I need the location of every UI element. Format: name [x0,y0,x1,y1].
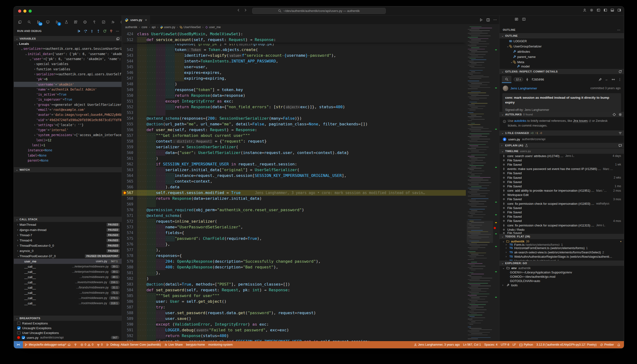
split-editor-icon[interactable] [486,18,490,22]
activity-remote-explorer-button[interactable] [44,18,51,26]
stack-frame[interactable]: __call__.../root/middleware.py318:1 [14,300,122,306]
stack-frame[interactable]: user_meusers.py567:1 [14,259,122,264]
status-host-beryjuio-home[interactable]: beryjuio-home [184,341,207,348]
stack-frame[interactable]: __call__.../enterprise/middleware.py39:1 [14,269,122,274]
activity-search-button[interactable] [26,18,33,26]
activity-explorer-button[interactable] [16,18,23,26]
breadcrumb-item[interactable]: UserViewSet [180,26,201,29]
run-icon[interactable] [480,18,483,22]
call-stack-thread[interactable]: ›django-main-threadPAUSED [14,227,122,232]
variable-row[interactable]: 'pk' = 6 [14,77,122,82]
outline-item[interactable]: attributes [500,49,624,54]
jira-issues-link[interactable]: Jira issues [573,119,588,123]
activity-extensions-button[interactable] [72,18,79,26]
compare-icon[interactable] [612,78,615,81]
variable-row[interactable]: 'name' = 'authentik Default Admin' [14,87,122,92]
aux-action-2-icon[interactable] [522,18,526,21]
outline-item[interactable]: LOGGER [500,38,624,44]
debug-more-icon[interactable]: ⋯ [116,29,119,33]
debug-step-out-icon[interactable] [96,29,100,33]
status-problems[interactable]: 00 [79,341,95,348]
variable-row[interactable]: 'username' = 'akadmin' [14,82,122,87]
variable-row[interactable]: len() = 1 [14,143,122,148]
gear-icon[interactable] [590,8,593,12]
more-actions-icon[interactable]: ⋯ [617,28,620,32]
forward-icon[interactable] [244,8,247,12]
status-cursor-position[interactable]: Ln 567, Col 1 [462,343,482,346]
stack-frame[interactable]: __call__.../core/middleware.py48:1 [14,274,122,280]
minimap[interactable] [467,24,493,341]
status-live-share[interactable]: Live Share [162,341,184,348]
timeline-item[interactable]: core: fix permission check for scoped im… [500,202,624,206]
variable-row[interactable]: ›function variables [14,66,122,72]
debug-disconnect-icon[interactable] [110,29,113,33]
timeline-item[interactable]: File Saved [500,158,624,162]
filter-list-icon[interactable] [618,131,622,135]
layout-icon[interactable] [597,8,600,12]
back-arrow-icon[interactable]: ← [605,78,608,81]
autolinks-link[interactable]: autolinks [514,119,526,122]
status-prettier[interactable]: Prettier [598,343,616,346]
variable-row[interactable]: instance = None [14,148,122,153]
go-env-root[interactable]: ⌄envauthentik [500,266,624,270]
external-icon[interactable] [588,120,591,122]
variable-row[interactable]: ⌄serializer = <authentik.core.api.users.… [14,46,122,51]
stack-frame[interactable]: __call__.../core/middleware.py71:1 [14,290,122,295]
files-changed-section-header[interactable]: ⌄1 FILE CHANGED +0 ~1 -0 [500,130,624,136]
activity-testing-button[interactable] [63,18,70,26]
timeline-item[interactable]: File Saved [500,206,624,210]
breakpoints-section-header[interactable]: ⌄BREAKPOINTS [14,316,122,321]
outline-item[interactable]: ⌄Meta [500,59,624,64]
pin-icon[interactable] [598,78,602,81]
close-tab-icon[interactable]: × [145,18,147,22]
breadcrumb-item[interactable]: api [152,26,156,29]
breadcrumb[interactable]: authentik›core›api›users.py›UserViewSet›… [122,24,466,30]
variable-row[interactable]: 'avatar' = 'data:image/svg+xml;base64,PH… [14,112,122,117]
activity-github-button[interactable] [81,18,88,26]
remote-indicator[interactable]: >< [14,341,23,348]
breadcrumb-item[interactable]: users.py [160,26,175,29]
stack-frame[interactable]: __call__.../root/middleware.py275:1 [14,295,122,300]
minimize-window-button[interactable] [23,10,26,13]
todo-file-row[interactable]: ›TSWebAuthnAuthenticatorRegisterStage.ts… [500,254,624,259]
timeline-item[interactable]: File Saved [500,214,624,219]
variable-row[interactable]: 'is_active' = True [14,92,122,97]
autolink-icon[interactable] [612,113,616,116]
breakpoint-checkbox[interactable] [17,331,20,334]
status-eol[interactable]: LF [511,343,518,346]
debug-continue-icon[interactable] [77,29,81,33]
aux-action-1-icon[interactable] [515,18,518,21]
breakpoint-row[interactable]: User Uncaught Exceptions [14,330,122,335]
breakpoint-checkbox[interactable] [17,326,20,330]
debug-step-into-icon[interactable] [90,29,94,33]
variable-row[interactable]: ⌄Locals [14,41,122,46]
close-window-button[interactable] [18,10,21,13]
status-branch[interactable]: lifecycle/fix-debugger-setup* [23,341,72,348]
variable-row[interactable]: ›special variables [14,62,122,66]
breakpoint-checkbox[interactable] [17,322,20,325]
status-notifications[interactable] [616,343,622,346]
debug-restart-icon[interactable] [103,29,106,33]
todos-section-header[interactable]: ⌄TODOS: FLAT (39) [500,234,624,239]
status-host-monitoring-system[interactable]: monitoring-system [207,341,234,348]
call-stack-section-header[interactable]: ⌄CALL STACK [14,217,122,222]
stack-frame[interactable]: __call__.../events/middleware.py156:1 [14,280,122,285]
variable-row[interactable]: ›serializer = <authentik.core.api.users.… [14,72,122,77]
activity-run-and-debug-button[interactable]: 1 [54,18,60,26]
breakpoint-row[interactable]: Uncaught Exceptions [14,326,122,330]
call-stack-thread[interactable]: ›Thread-6PAUSED [14,238,122,243]
autolinks-section-header[interactable]: ⌄AUTOLINKS 0 found [500,112,624,117]
call-stack-thread[interactable]: ›MainThreadPAUSED [14,222,122,227]
status-blame[interactable]: Jens Langhammer, 3 years ago [412,343,462,346]
todo-file-row[interactable]: ›TSak-search-select-view.ts (web/src/ele… [500,250,624,254]
breakpoint-row[interactable]: Raised Exceptions [14,321,122,326]
variable-row[interactable]: len() = 12 [14,138,122,143]
account-icon[interactable] [583,8,586,12]
code-editor[interactable]: ················response["group_pk"] = s… [122,30,466,341]
command-center[interactable]: ~/dev/authentik/authentik/core/api/users… [252,8,386,14]
status-encoding[interactable]: UTF-8 [499,343,511,346]
status-language-mode[interactable]: { }Python [518,343,535,346]
variable-row[interactable]: ›'settings' = {'locale': ''} [14,122,122,128]
outline-item[interactable]: model [500,64,624,68]
status-python-interpreter[interactable]: 3.12.8 ('authentik-xEAhpGPh-py3.12': Poe… [535,343,598,346]
